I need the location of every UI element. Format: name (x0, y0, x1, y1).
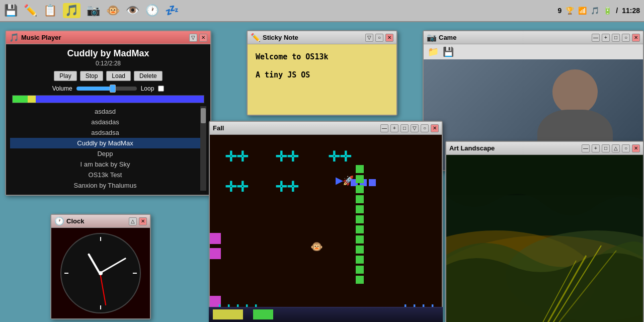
fall-game-titlebar: Fall — + □ ▽ ○ ✕ (210, 122, 442, 135)
art-landscape-title: Art Landscape (449, 144, 580, 152)
playlist-scrollbar[interactable] (200, 106, 206, 191)
camera-maximize-btn[interactable]: + (602, 34, 610, 42)
playlist-item[interactable]: Depp (10, 148, 200, 159)
sticky-note-icon: ✏️ (251, 33, 261, 42)
clock-close-btn[interactable]: ✕ (139, 217, 147, 225)
fall-game-content[interactable]: ✛✛ ✛✛ ✛✛ ✛✛ ✛✛ ▶🚀 🐵 ✛✛✛✛✛ ✛✛✛✛ (210, 135, 442, 322)
music-player-title-icon: 🎵 (9, 33, 19, 42)
playlist-item[interactable]: OS13k Test (10, 170, 200, 180)
enemy-plus: ✛✛ (275, 150, 298, 164)
playlist-item-selected[interactable]: Cuddly by MadMax (10, 138, 200, 148)
progress-blue (36, 96, 204, 103)
clock-icon: 🕐 (54, 216, 64, 226)
camera-close-btn[interactable]: ✕ (632, 34, 640, 42)
save-taskbar-icon[interactable]: 💾 (4, 4, 18, 17)
sticky-close-btn[interactable]: ✕ (385, 34, 393, 42)
enemy-plus: ✛✛ (328, 150, 351, 164)
clock-window: 🕐 Clock △ ✕ (50, 214, 151, 319)
sticky-maximize-btn[interactable]: ○ (375, 34, 383, 42)
enemy-plus: ✛✛ (225, 180, 248, 194)
art-close-btn[interactable]: ✕ (632, 144, 640, 152)
sticky-note-titlebar: ✏️ Sticky Note ▽ ○ ✕ (248, 31, 396, 44)
fall-game-window: Fall — + □ ▽ ○ ✕ ✛✛ ✛✛ ✛✛ ✛✛ ✛✛ ▶🚀 🐵 (209, 121, 443, 322)
camera-take-photo-btn[interactable]: 📁 (428, 46, 439, 57)
progress-yellow (28, 96, 35, 103)
fall-game-title: Fall (213, 124, 378, 132)
load-button[interactable]: Load (106, 71, 131, 81)
volume-slider[interactable] (76, 87, 137, 91)
trophy-icon: 🏆 (566, 7, 574, 15)
player-monkey: 🐵 (310, 240, 323, 253)
art-maximize-btn[interactable]: + (592, 144, 600, 152)
battery-icon: 🔋 (603, 7, 612, 15)
volume-thumb[interactable] (110, 85, 116, 93)
collectible-purple (210, 233, 221, 244)
camera-circle-btn[interactable]: ○ (622, 34, 630, 42)
art-restore-btn[interactable]: □ (602, 144, 610, 152)
music-taskbar-icon[interactable]: 🎵 (63, 3, 80, 18)
camera-minimize-btn[interactable]: — (592, 34, 600, 42)
fall-circle-btn[interactable]: ○ (421, 124, 429, 132)
eye-taskbar-icon[interactable]: 👁️ (126, 4, 139, 17)
music-tray-icon: 🎵 (591, 7, 599, 15)
camera-title-icon: 📷 (427, 33, 437, 42)
clock-triangle-btn[interactable]: △ (129, 217, 137, 225)
note-taskbar-icon[interactable]: 📋 (43, 4, 57, 17)
platform-block (356, 185, 364, 193)
platform-block (356, 235, 364, 244)
monkey-taskbar-icon[interactable]: 🐵 (106, 4, 120, 17)
fall-close-btn[interactable]: ✕ (431, 124, 439, 132)
clock-titlebar: 🕐 Clock △ ✕ (51, 215, 150, 228)
platform-block (356, 225, 364, 233)
pencil-taskbar-icon[interactable]: ✏️ (24, 4, 37, 17)
playlist-item[interactable]: asdsadsa (10, 127, 200, 138)
fall-maximize-btn[interactable]: + (390, 124, 398, 132)
art-landscape-titlebar: Art Landscape — + □ △ ○ ✕ (446, 142, 643, 155)
art-svg (446, 155, 643, 322)
playlist-item[interactable]: Sanxion by Thalumus (10, 180, 200, 191)
art-canvas-area (446, 155, 643, 322)
fall-minimize-btn[interactable]: — (380, 124, 388, 132)
fall-restore-btn[interactable]: □ (400, 124, 409, 132)
music-controls: Play Stop Load Delete (10, 71, 206, 81)
signal-icon: 📶 (578, 7, 587, 15)
progress-bar[interactable] (12, 95, 204, 103)
sticky-line1: Welcome to OS13k (256, 52, 388, 61)
play-button[interactable]: Play (54, 71, 76, 81)
camera-restore-btn[interactable]: □ (612, 34, 620, 42)
camera-toolbar: 📁 💾 (424, 44, 643, 59)
stop-button[interactable]: Stop (80, 71, 104, 81)
sticky-minimize-btn[interactable]: ▽ (365, 34, 373, 42)
scrollbar-thumb[interactable] (201, 108, 206, 123)
art-triangle-btn[interactable]: △ (612, 144, 620, 152)
music-player-title: Music Player (21, 34, 187, 41)
sleep-taskbar-icon[interactable]: 💤 (165, 4, 179, 17)
playlist-container: asdasd asdasdas asdsadsa Cuddly by MadMa… (10, 106, 206, 191)
playlist-item[interactable]: I am back by Sky (10, 159, 200, 170)
camera-gallery-btn[interactable]: 💾 (443, 46, 454, 57)
camera-titlebar: 📷 Came — + □ ○ ✕ (424, 31, 643, 44)
art-minimize-btn[interactable]: — (582, 144, 590, 152)
platform-block (356, 276, 364, 284)
clock-face (60, 233, 141, 313)
progress-green (13, 96, 28, 103)
art-circle-btn[interactable]: ○ (622, 144, 630, 152)
playlist-item[interactable]: asdasdas (10, 117, 200, 127)
platform-block (356, 195, 364, 203)
playlist-item[interactable]: asdasd (10, 106, 200, 117)
camera-taskbar-icon[interactable]: 📷 (87, 4, 100, 17)
volume-label: Volume (52, 85, 72, 92)
sticky-line3: A tiny JS OS (256, 70, 388, 79)
clock-time: 11:28 (622, 7, 640, 15)
platform-block (356, 175, 364, 183)
music-player-minimize-btn[interactable]: ▽ (189, 34, 197, 42)
fall-triangle-btn[interactable]: ▽ (411, 124, 419, 132)
camera-title: Came (439, 34, 590, 41)
clock-taskbar-icon[interactable]: 🕐 (145, 4, 159, 17)
music-player-titlebar: 🎵 Music Player ▽ ✕ (6, 31, 210, 44)
art-landscape-window: Art Landscape — + □ △ ○ ✕ (445, 141, 644, 322)
music-player-window: 🎵 Music Player ▽ ✕ Cuddly by MadMax 0:12… (5, 30, 211, 196)
delete-button[interactable]: Delete (134, 71, 163, 81)
loop-checkbox[interactable] (158, 86, 164, 92)
music-player-close-btn[interactable]: ✕ (199, 34, 207, 42)
